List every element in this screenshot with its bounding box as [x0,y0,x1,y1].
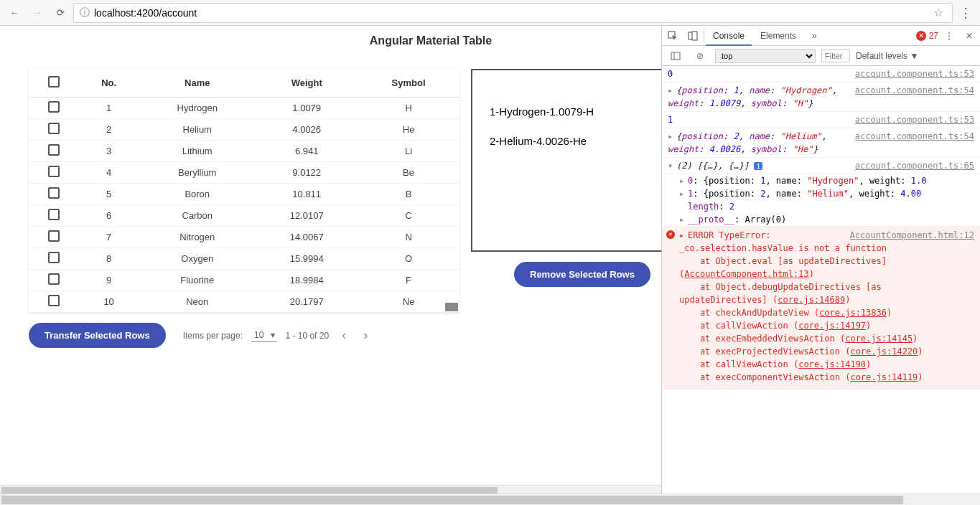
paginator-label: Items per page: [183,331,243,341]
browser-menu-icon[interactable]: ⋮ [956,5,976,21]
cell-weight: 20.1797 [256,291,358,313]
row-checkbox[interactable] [48,144,60,156]
cell-weight: 14.0067 [256,227,358,248]
selected-title: Selected I [472,70,661,94]
cell-weight: 12.0107 [256,205,358,227]
row-checkbox[interactable] [48,166,60,177]
row-checkbox[interactable] [48,295,60,306]
svg-rect-3 [671,52,680,60]
devtools-close-icon[interactable]: ✕ [960,27,979,45]
cell-symbol: Be [358,162,459,184]
table-row: 4Beryllium9.0122Be [29,162,459,184]
cell-symbol: Ne [358,291,459,313]
console-output[interactable]: 0account.component.ts:53 ▸{position: 1, … [662,66,980,496]
device-icon[interactable] [683,27,702,45]
cell-no: 6 [79,205,139,227]
reload-button[interactable]: ⟳ [50,3,70,23]
table-row: 5Boron10.811B [29,184,459,205]
row-checkbox[interactable] [48,187,60,199]
resize-handle[interactable] [445,303,458,311]
cell-weight: 15.9994 [256,248,358,270]
cell-no: 2 [79,119,139,141]
row-checkbox[interactable] [48,230,60,242]
console-toolbar: ⊘ top Default levels ▼ [662,46,980,66]
back-button[interactable]: ← [4,3,24,23]
cell-no: 3 [79,141,139,162]
tab-console[interactable]: Console [706,26,752,46]
devtools-tabs: Console Elements » ✕27 ⋮ ✕ [662,26,980,46]
error-count[interactable]: ✕27 [916,31,938,41]
remove-button[interactable]: Remove Selected Rows [514,262,650,287]
svg-rect-2 [692,32,697,40]
cell-symbol: Li [358,141,459,162]
log-levels-select[interactable]: Default levels ▼ [856,51,918,61]
table-row: 9Fluorine18.9984F [29,270,459,291]
devtools-menu-icon[interactable]: ⋮ [940,27,958,45]
table-row: 8Oxygen15.9994O [29,248,459,270]
cell-name: Lithium [139,141,256,162]
inspect-icon[interactable] [663,27,682,45]
url-bar[interactable]: ⓘ ☆ [73,3,953,23]
cell-symbol: H [358,98,459,119]
elements-table: No. Name Weight Symbol 1Hydrogen1.0079H2… [29,69,459,313]
devtools-scrollbar[interactable] [0,494,980,496]
cell-symbol: He [358,119,459,141]
cell-symbol: B [358,184,459,205]
cell-no: 7 [79,227,139,248]
cell-name: Carbon [139,205,256,227]
cell-symbol: F [358,270,459,291]
page-title: Angular Material Table [29,34,661,47]
cell-weight: 4.0026 [256,119,358,141]
tab-elements[interactable]: Elements [753,26,803,46]
cell-no: 9 [79,270,139,291]
table-row: 3Lithium6.941Li [29,141,459,162]
cell-no: 8 [79,248,139,270]
cell-name: Hydrogen [139,98,256,119]
cell-symbol: N [358,227,459,248]
page-content: Angular Material Table No. Name Weight S… [0,26,661,496]
clear-console-icon[interactable]: ⊘ [691,47,709,65]
table-row: 6Carbon12.0107C [29,205,459,227]
page-range: 1 - 10 of 20 [285,331,329,341]
col-name: Name [139,69,256,98]
prev-page-button[interactable]: ‹ [337,328,350,343]
row-checkbox[interactable] [48,101,60,113]
table-row: 7Nitrogen14.0067N [29,227,459,248]
paginator: Items per page: 10 ▾ 1 - 10 of 20 ‹ › [183,328,372,343]
col-weight: Weight [256,69,358,98]
selected-item: 1-Hydrogen-1.0079-H [490,105,661,118]
info-icon[interactable]: ⓘ [80,6,90,19]
cell-name: Fluorine [139,270,256,291]
next-page-button[interactable]: › [359,328,372,343]
cell-name: Nitrogen [139,227,256,248]
selected-panel: Selected I 1-Hydrogen-1.0079-H2-Helium-4… [471,69,661,252]
cell-name: Beryllium [139,162,256,184]
console-error: ✕ ▸ERROR TypeError:AccountComponent.html… [662,226,980,390]
cell-no: 5 [79,184,139,205]
console-sidebar-icon[interactable] [666,47,685,65]
cell-symbol: O [358,248,459,270]
row-checkbox[interactable] [48,252,60,263]
row-checkbox[interactable] [48,273,60,285]
cell-no: 1 [79,98,139,119]
cell-weight: 9.0122 [256,162,358,184]
devtools-panel: Console Elements » ✕27 ⋮ ✕ ⊘ top Default… [661,26,980,496]
bookmark-star-icon[interactable]: ☆ [930,6,946,19]
browser-toolbar: ← → ⟳ ⓘ ☆ ⋮ [0,0,980,26]
context-select[interactable]: top [715,49,816,63]
cell-weight: 1.0079 [256,98,358,119]
cell-no: 4 [79,162,139,184]
page-size-select[interactable]: 10 ▾ [251,329,276,342]
col-no: No. [79,69,139,98]
url-input[interactable] [94,7,926,19]
cell-weight: 18.9984 [256,270,358,291]
console-filter-input[interactable] [821,49,850,62]
table-row: 1Hydrogen1.0079H [29,98,459,119]
forward-button[interactable]: → [27,3,47,23]
row-checkbox[interactable] [48,209,60,220]
transfer-button[interactable]: Transfer Selected Rows [29,323,166,348]
selected-item: 2-Helium-4.0026-He [490,135,661,147]
more-tabs-icon[interactable]: » [805,27,823,45]
select-all-checkbox[interactable] [48,76,60,88]
row-checkbox[interactable] [48,123,60,134]
